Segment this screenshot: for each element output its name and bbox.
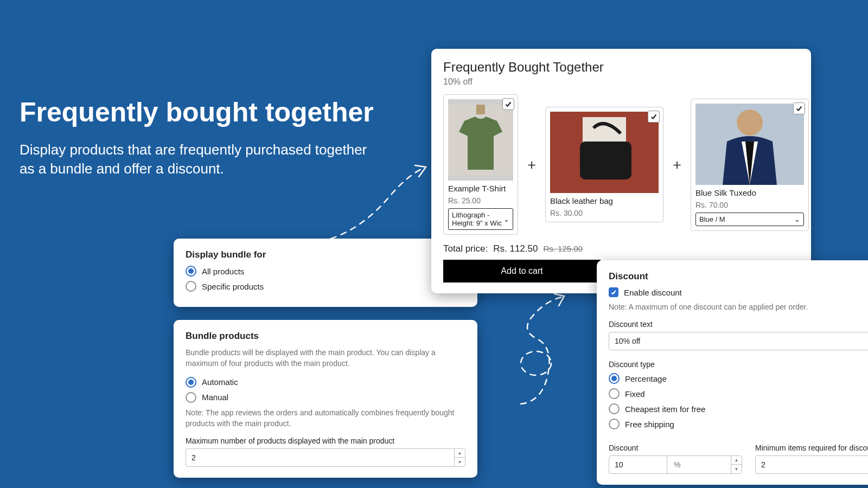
- variant-select[interactable]: Lithograph - Height: 9" x Wic ⌄: [448, 208, 513, 230]
- radio-label: Percentage: [625, 374, 667, 383]
- radio-icon: [609, 403, 620, 414]
- enable-discount-label: Enable discount: [624, 288, 682, 297]
- radio-specific-products[interactable]: Specific products: [186, 281, 465, 292]
- checkbox-icon: [609, 287, 618, 297]
- number-stepper[interactable]: ▲ ▼: [454, 449, 465, 466]
- fbt-heading: Frequently Bought Together: [443, 60, 799, 75]
- tuxedo-icon: [695, 104, 804, 185]
- chevron-down-icon: ⌄: [503, 215, 509, 223]
- product-price: Rs. 30.00: [550, 209, 659, 217]
- product-name: Example T-Shirt: [448, 184, 513, 193]
- hero-subtitle: Display products that are frequently pur…: [20, 140, 378, 178]
- product-card: Example T-Shirt Rs. 25.00 Lithograph - H…: [443, 94, 518, 235]
- bundle-heading: Bundle products: [186, 331, 465, 342]
- radio-cheapest[interactable]: Cheapest item for free: [609, 403, 868, 414]
- radio-icon: [186, 281, 196, 292]
- radio-label: Specific products: [202, 282, 264, 291]
- variant-select[interactable]: Blue / M ⌄: [695, 213, 804, 226]
- max-products-label: Maximum number of products displayed wit…: [186, 436, 465, 445]
- plus-icon: ＋: [524, 155, 540, 174]
- max-products-value: 2: [192, 453, 196, 462]
- radio-icon: [186, 392, 196, 403]
- variant-value: Blue / M: [699, 215, 725, 223]
- hero-title: Frequently bought together: [20, 98, 378, 127]
- radio-icon: [186, 377, 196, 388]
- svg-point-7: [737, 110, 763, 136]
- radio-icon: [609, 373, 620, 384]
- chevron-up-icon[interactable]: ▲: [455, 449, 465, 458]
- radio-label: Automatic: [202, 377, 238, 387]
- radio-label: All products: [202, 267, 244, 276]
- radio-automatic[interactable]: Automatic: [186, 377, 465, 388]
- bag-icon: [550, 112, 659, 193]
- discount-amount-label: Discount: [609, 444, 742, 452]
- arrow-to-discount: [510, 293, 608, 412]
- discount-heading: Discount: [609, 271, 868, 282]
- product-image: [448, 99, 513, 181]
- product-card: Black leather bag Rs. 30.00: [545, 107, 663, 222]
- bundle-description: Bundle products will be displayed with t…: [186, 347, 465, 369]
- discount-text-label: Discount text: [609, 320, 868, 329]
- radio-icon: [609, 388, 620, 399]
- bundle-note: Note: The app reviews the orders and aut…: [186, 407, 465, 429]
- fbt-discount-badge: 10% off: [443, 77, 799, 87]
- max-products-input[interactable]: 2 ▲ ▼: [186, 448, 465, 467]
- variant-value: Lithograph - Height: 9" x Wic: [452, 211, 503, 227]
- select-checkbox[interactable]: [502, 98, 514, 110]
- product-image: [695, 104, 804, 185]
- svg-rect-2: [476, 105, 485, 114]
- radio-manual[interactable]: Manual: [186, 392, 465, 403]
- chevron-up-icon[interactable]: ▲: [731, 456, 742, 465]
- total-price: Rs. 112.50: [493, 243, 538, 254]
- enable-discount-checkbox[interactable]: Enable discount: [609, 287, 868, 297]
- select-checkbox[interactable]: [793, 102, 805, 114]
- radio-fixed[interactable]: Fixed: [609, 388, 868, 399]
- chevron-down-icon[interactable]: ▼: [731, 465, 742, 473]
- discount-amount-value: 10: [615, 460, 623, 469]
- radio-icon: [609, 419, 620, 429]
- chevron-down-icon: ⌄: [794, 215, 800, 223]
- radio-all-products[interactable]: All products: [186, 266, 465, 277]
- radio-free-shipping[interactable]: Free shipping: [609, 419, 868, 429]
- percent-unit: %: [667, 456, 687, 473]
- total-label: Total price:: [443, 243, 488, 254]
- add-to-cart-button[interactable]: Add to cart: [443, 260, 601, 282]
- radio-label: Fixed: [625, 389, 645, 399]
- compare-price: Rs. 125.00: [543, 244, 583, 253]
- radio-label: Free shipping: [625, 420, 674, 429]
- display-bundle-heading: Display bundle for: [186, 249, 465, 260]
- radio-label: Manual: [202, 393, 228, 402]
- discount-card: Discount Enable discount Note: A maximum…: [597, 260, 868, 485]
- product-name: Black leather bag: [550, 196, 659, 206]
- tshirt-icon: [448, 105, 513, 175]
- radio-percentage[interactable]: Percentage: [609, 373, 868, 384]
- product-name: Blue Silk Tuxedo: [695, 188, 804, 197]
- discount-text-input[interactable]: 10% off: [609, 332, 868, 350]
- svg-rect-5: [580, 142, 631, 179]
- radio-icon: [186, 266, 196, 277]
- fbt-widget: Frequently Bought Together 10% off Examp…: [431, 49, 811, 293]
- min-items-label: Minimum items required for discount: [755, 444, 868, 452]
- discount-note: Note: A maximum of one discount can be a…: [609, 301, 868, 312]
- plus-icon: ＋: [669, 155, 685, 174]
- number-stepper[interactable]: ▲ ▼: [731, 456, 742, 473]
- fbt-total: Total price: Rs. 112.50 Rs. 125.00: [443, 243, 799, 254]
- svg-point-0: [521, 351, 551, 375]
- bundle-products-card: Bundle products Bundle products will be …: [174, 320, 477, 478]
- discount-type-label: Discount type: [609, 360, 868, 369]
- product-card: Blue Silk Tuxedo Rs. 70.00 Blue / M ⌄: [691, 99, 809, 231]
- chevron-down-icon[interactable]: ▼: [455, 458, 465, 466]
- fbt-product-row: Example T-Shirt Rs. 25.00 Lithograph - H…: [443, 94, 799, 235]
- arrow-to-widget: [326, 163, 434, 244]
- radio-label: Cheapest item for free: [625, 404, 705, 414]
- product-image: [550, 112, 659, 193]
- select-checkbox[interactable]: [648, 111, 660, 123]
- hero: Frequently bought together Display produ…: [20, 98, 378, 178]
- min-items-input[interactable]: 2 ▲ ▼: [755, 455, 868, 474]
- product-price: Rs. 70.00: [695, 201, 804, 209]
- min-items-value: 2: [761, 460, 765, 469]
- discount-text-value: 10% off: [615, 337, 640, 345]
- product-price: Rs. 25.00: [448, 196, 513, 205]
- discount-amount-input[interactable]: 10 % ▲ ▼: [609, 455, 742, 474]
